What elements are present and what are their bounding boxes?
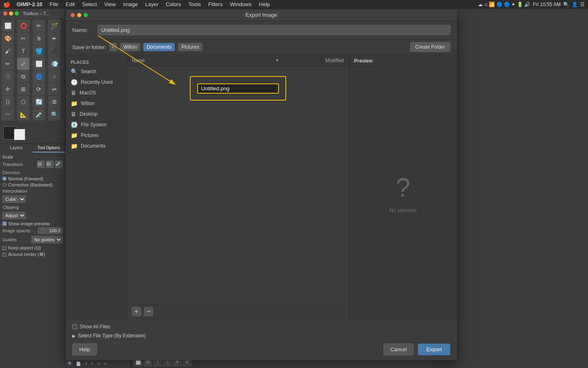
close-button[interactable] <box>3 11 7 16</box>
tool-scale[interactable]: ⤢ <box>17 58 29 70</box>
direction-normal-row[interactable]: Normal (Forward) <box>2 176 62 181</box>
tool-move[interactable]: ✛ <box>2 83 14 95</box>
minimize-button[interactable] <box>9 11 13 16</box>
dialog-close-button[interactable] <box>71 13 75 17</box>
place-recently-used[interactable]: 🕐 Recently Used <box>66 77 127 88</box>
file-name-input[interactable] <box>197 83 279 94</box>
tool-measure[interactable]: 📐 <box>17 108 29 121</box>
direction-corrective-row[interactable]: Corrective (Backward) <box>2 182 62 187</box>
menu-file[interactable]: File <box>47 0 62 9</box>
tool-paint-select[interactable]: 🖌 <box>2 45 14 57</box>
export-button[interactable]: Export <box>418 343 450 355</box>
menu-filters[interactable]: Filters <box>205 0 226 9</box>
background-color[interactable] <box>14 129 25 140</box>
direction-corrective-radio[interactable] <box>2 183 7 187</box>
transform-icon2[interactable]: ▧ <box>46 161 53 168</box>
show-preview-row[interactable]: Show image preview <box>2 221 62 226</box>
tool-align[interactable]: ⊞ <box>17 83 29 95</box>
clipping-select[interactable]: Adjust Clip <box>2 212 26 219</box>
keep-aspect-row[interactable]: Keep aspect (⊡) <box>2 245 62 251</box>
direction-normal-radio[interactable] <box>2 177 7 181</box>
menu-layer[interactable]: Layer <box>142 0 162 9</box>
dialog-maximize-button[interactable] <box>84 13 88 17</box>
help-button[interactable]: Help <box>72 343 97 355</box>
file-item-selected[interactable] <box>130 70 345 107</box>
dialog-minimize-button[interactable] <box>77 13 81 17</box>
tool-colorpick[interactable]: 💉 <box>33 108 45 121</box>
add-folder-button[interactable]: + <box>132 307 141 316</box>
place-macos[interactable]: 🖥 MacOS <box>66 88 127 98</box>
file-header-name[interactable]: Name <box>132 58 272 63</box>
tool-scissors[interactable]: ✂ <box>17 32 29 45</box>
folder-back-button[interactable]: ‹ <box>109 43 117 51</box>
tool-flip[interactable]: ⇌ <box>48 83 60 95</box>
place-search[interactable]: 🔍 Search <box>66 66 127 77</box>
show-preview-checkbox[interactable] <box>2 222 7 226</box>
menubar-menu-icon[interactable]: ☰ <box>580 2 585 7</box>
tool-bucket[interactable]: 🪣 <box>33 45 45 57</box>
maximize-button[interactable] <box>15 11 19 16</box>
filename-edit-box[interactable] <box>190 76 286 101</box>
tool-fuzzy-select[interactable]: 🪄 <box>48 20 60 32</box>
filename-input[interactable] <box>98 25 450 35</box>
tool-handle-transform[interactable]: ⚙ <box>48 96 60 108</box>
transform-icon3[interactable]: 💉 <box>55 161 62 168</box>
tool-dodge[interactable]: ○ <box>48 70 60 83</box>
tab-layers[interactable]: Layers <box>0 144 33 153</box>
menu-tools[interactable]: Tools <box>185 0 204 9</box>
sort-arrow[interactable]: ▼ <box>275 58 279 63</box>
app-name-menu[interactable]: GIMP-2.10 <box>13 0 46 9</box>
tool-free-select[interactable]: ✏ <box>33 20 45 32</box>
tool-warp[interactable]: 〰 <box>2 108 14 121</box>
tool-paths[interactable]: ✒ <box>48 32 60 45</box>
tool-blend[interactable]: ⬛ <box>48 45 60 57</box>
tool-perspective[interactable]: ⬡ <box>17 96 29 108</box>
guides-select[interactable]: No guides <box>31 236 62 243</box>
keep-aspect-checkbox[interactable] <box>2 246 7 250</box>
menu-select[interactable]: Select <box>79 0 100 9</box>
canvas-restore-icon[interactable]: ⟳ <box>104 361 107 366</box>
tool-unified-transform[interactable]: 🔄 <box>33 96 45 108</box>
canvas-undo-icon[interactable]: ↺ <box>84 361 87 366</box>
tool-airbrush[interactable]: 💨 <box>48 58 60 70</box>
tool-zoom[interactable]: 🔍 <box>48 108 60 121</box>
menubar-search-icon[interactable]: 🔍 <box>563 2 569 7</box>
place-filesystem[interactable]: 💽 File System <box>66 119 127 130</box>
around-center-checkbox[interactable] <box>2 253 7 257</box>
create-folder-button[interactable]: Create Folder <box>410 42 450 52</box>
image-opacity-value[interactable]: 100.0 <box>38 227 62 234</box>
place-documents[interactable]: 📁 Documents <box>66 141 127 151</box>
menu-colors[interactable]: Colors <box>163 0 185 9</box>
interpolation-select[interactable]: Cubic Linear None <box>2 195 26 203</box>
transform-icon1[interactable]: ▤ <box>37 161 45 168</box>
apple-menu-icon[interactable]: 🍎 <box>3 1 10 8</box>
tool-pencil[interactable]: ✏ <box>2 58 14 70</box>
canvas-redo-icon[interactable]: ↻ <box>91 361 94 366</box>
tool-select-by-color[interactable]: 🎨 <box>2 32 14 45</box>
place-wilton[interactable]: 📁 Wilton <box>66 98 127 109</box>
menu-view[interactable]: View <box>101 0 119 9</box>
tool-eraser[interactable]: ⬜ <box>33 58 45 70</box>
tool-shear[interactable]: ⟨⟩ <box>2 96 14 108</box>
tab-tool-options[interactable]: Tool Options <box>33 144 65 153</box>
file-list-area[interactable] <box>127 66 349 304</box>
around-center-row[interactable]: Around center (⌘) <box>2 252 62 257</box>
tool-ellipse-select[interactable]: ⭕ <box>17 20 29 32</box>
cancel-button[interactable]: Cancel <box>383 343 414 355</box>
tool-text[interactable]: T <box>17 45 29 57</box>
show-all-files-checkbox[interactable] <box>72 324 77 329</box>
tool-heal[interactable]: ➕ <box>2 70 14 83</box>
place-desktop[interactable]: 🖥 Desktop <box>66 109 127 119</box>
select-file-type-row[interactable]: ▶ Select File Type (By Extension) <box>72 333 450 339</box>
remove-folder-button[interactable]: − <box>144 307 153 316</box>
breadcrumb-wilton[interactable]: Wilton <box>120 43 140 51</box>
tool-rect-select[interactable]: ⬜ <box>2 20 14 32</box>
menu-image[interactable]: Image <box>120 0 141 9</box>
menu-help[interactable]: Help <box>256 0 273 9</box>
place-pictures[interactable]: 📁 Pictures <box>66 130 127 141</box>
tool-foreground-select[interactable]: 🖱 <box>33 32 45 45</box>
tool-transform[interactable]: ⟳ <box>33 83 45 95</box>
menubar-user-icon[interactable]: 👤 <box>572 2 578 7</box>
file-header-modified[interactable]: Modified <box>283 58 344 63</box>
menu-windows[interactable]: Windows <box>227 0 255 9</box>
